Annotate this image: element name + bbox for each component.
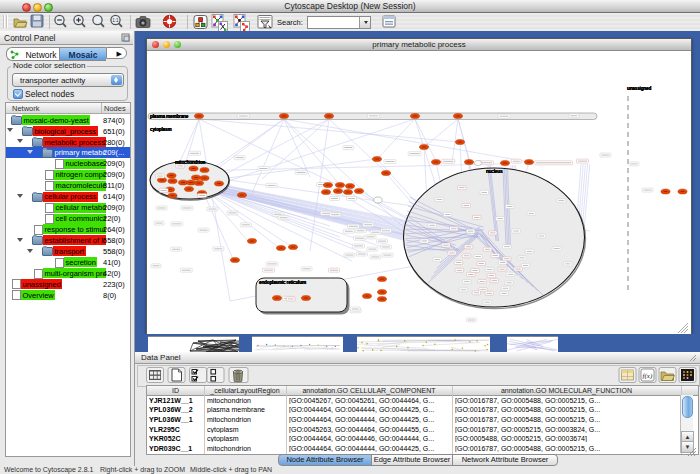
svg-text:1:1: 1:1	[112, 18, 119, 23]
svg-text:f(x): f(x)	[643, 372, 653, 380]
